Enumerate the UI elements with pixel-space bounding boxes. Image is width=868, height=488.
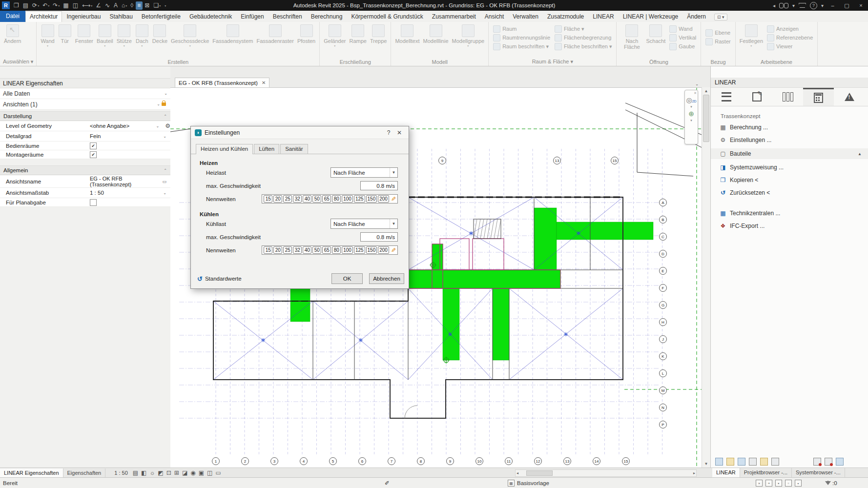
grid-bubble[interactable]: A bbox=[659, 199, 667, 206]
drag-on-selection-icon[interactable]: • bbox=[795, 480, 802, 487]
grid-bubble[interactable]: G bbox=[659, 301, 667, 309]
view-tab[interactable]: EG - OK RFB (Trassenkonzept)✕ bbox=[175, 78, 269, 87]
tab-zusatzmodule[interactable]: Zusatzmodule bbox=[543, 11, 588, 22]
tab-betonfertigteile[interactable]: Betonfertigteile bbox=[137, 11, 185, 22]
grid-bubble[interactable]: 10 bbox=[475, 457, 483, 465]
panel-tab-eigenschaften[interactable]: Eigenschaften bbox=[63, 468, 106, 478]
toolbar-icon[interactable] bbox=[760, 458, 768, 466]
toolbar-icon[interactable] bbox=[771, 458, 779, 466]
grid-bubble[interactable]: F bbox=[659, 284, 667, 292]
tab-ansicht[interactable]: Ansicht bbox=[480, 11, 508, 22]
group-label[interactable]: Raum & Fläche ▾ bbox=[489, 58, 616, 66]
crop-view-icon[interactable]: ⊡ bbox=[166, 469, 171, 476]
nennweite-chip[interactable]: 32 bbox=[293, 246, 302, 254]
print-icon[interactable]: ▦ bbox=[62, 1, 70, 10]
store-cart-icon[interactable] bbox=[797, 0, 808, 11]
select-pinned-icon[interactable]: ▪ bbox=[775, 480, 782, 487]
model-line-icon[interactable]: ∿ bbox=[103, 1, 112, 10]
ribbon-button[interactable]: Ändern bbox=[2, 24, 22, 48]
nennweite-chip[interactable]: 100 bbox=[342, 246, 353, 254]
gear-icon[interactable]: ⚙ bbox=[165, 122, 170, 129]
kopieren-item[interactable]: ❐Kopieren < bbox=[711, 175, 868, 185]
navbar-close-icon[interactable]: ✕ bbox=[694, 91, 697, 95]
grid-bubble[interactable]: 15 bbox=[622, 457, 630, 465]
kuehlen-speed-input[interactable]: 0.8 m/s bbox=[360, 232, 398, 242]
views-row[interactable]: Ansichten (1)⌄ bbox=[0, 99, 170, 110]
warning-toggle-icon[interactable] bbox=[813, 458, 821, 466]
tab-einfuegen[interactable]: Einfügen bbox=[236, 11, 268, 22]
search-dropdown-icon[interactable]: ▾ bbox=[790, 0, 797, 11]
toolbar-icon[interactable] bbox=[726, 458, 734, 466]
dialog-tab-sanitaer[interactable]: Sanitär bbox=[280, 144, 308, 154]
nennweite-chip[interactable]: 80 bbox=[332, 195, 341, 203]
panel-tab-projektbrowser[interactable]: Projektbrowser -... bbox=[740, 468, 792, 477]
grid-bubble[interactable]: H bbox=[659, 318, 667, 326]
view-toggle-icon[interactable] bbox=[836, 458, 844, 466]
ribbon-button[interactable]: Wand▾ bbox=[39, 24, 56, 48]
nennweite-chip[interactable]: 20 bbox=[273, 246, 282, 254]
measure-icon[interactable]: ⟷▾ bbox=[81, 1, 94, 10]
detail-level-icon[interactable]: ▤ bbox=[133, 469, 138, 476]
nennweite-chip[interactable]: 65 bbox=[322, 246, 331, 254]
ribbon-button[interactable]: Geländer▾ bbox=[322, 24, 347, 48]
ribbon-button[interactable]: Flächenbegrenzung bbox=[555, 34, 612, 41]
nennweite-chip[interactable]: 150 bbox=[366, 195, 377, 203]
section-icon[interactable]: ◊ bbox=[129, 1, 135, 10]
nennweite-chip[interactable]: 40 bbox=[303, 246, 311, 254]
technikzentralen-item[interactable]: ▦Technikzentralen ... bbox=[711, 208, 868, 218]
grid-bubble[interactable]: B bbox=[659, 216, 667, 224]
visual-style-icon[interactable]: ◧ bbox=[141, 469, 146, 476]
grid-bubble[interactable]: 9 bbox=[446, 457, 454, 465]
grid-bubble[interactable]: 3 bbox=[270, 457, 278, 465]
customize-qat-icon[interactable]: ▾ bbox=[163, 1, 167, 10]
nennweite-chip[interactable]: 32 bbox=[293, 195, 302, 203]
calculation-tab-icon[interactable] bbox=[803, 88, 834, 106]
sheet-icon[interactable]: ◫ bbox=[71, 1, 80, 10]
grid-bubble[interactable]: K bbox=[659, 352, 667, 360]
grid-bubble[interactable]: 8 bbox=[417, 457, 425, 465]
nennweite-chip[interactable]: 100 bbox=[342, 195, 353, 203]
tab-verwalten[interactable]: Verwalten bbox=[508, 11, 543, 22]
grid-bubble[interactable]: N bbox=[659, 404, 667, 411]
ribbon-button[interactable]: Ebene bbox=[705, 29, 730, 37]
tab-beschriften[interactable]: Beschriften bbox=[269, 11, 307, 22]
nennweite-chip[interactable]: 80 bbox=[332, 246, 341, 254]
nennweite-chip[interactable]: 15 bbox=[264, 246, 272, 254]
revit-logo-icon[interactable]: R bbox=[2, 1, 10, 9]
einstellungen-item[interactable]: ⚙Einstellungen ... bbox=[711, 135, 868, 145]
grid-bubble[interactable]: C bbox=[659, 233, 667, 241]
nennweite-chip[interactable]: 25 bbox=[283, 195, 292, 203]
nennweite-chip[interactable]: 50 bbox=[312, 246, 321, 254]
switch-windows-icon[interactable]: ❏▾ bbox=[152, 1, 162, 10]
grid-bubble[interactable]: 11 bbox=[505, 457, 513, 465]
ribbon-button[interactable]: Dach▾ bbox=[134, 24, 150, 48]
edit-tab-icon[interactable] bbox=[742, 88, 772, 106]
dialog-tab-lueften[interactable]: Lüften bbox=[254, 144, 279, 154]
ribbon-button[interactable]: Referenzebene bbox=[767, 34, 813, 41]
zuruecksetzen-item[interactable]: ↺Zurücksetzen < bbox=[711, 188, 868, 198]
close-hidden-windows-icon[interactable]: ⊠ bbox=[143, 1, 151, 10]
grid-bubble[interactable]: 5 bbox=[329, 457, 337, 465]
ribbon-button[interactable]: Viewer bbox=[767, 42, 813, 50]
reveal-hidden-elements-icon[interactable]: ◉ bbox=[190, 469, 195, 476]
aligned-dimension-icon[interactable]: ∠ bbox=[94, 1, 103, 10]
panel-tab-systembrowser[interactable]: Systembrowser -... bbox=[792, 468, 845, 477]
ok-button[interactable]: OK bbox=[331, 273, 363, 284]
ribbon-button[interactable]: Fläche ▾ bbox=[555, 25, 612, 33]
panel-tab-linear-eigenschaften[interactable]: LINEAR Eigenschaften bbox=[0, 468, 63, 478]
grid-bubble[interactable]: L bbox=[659, 369, 667, 377]
kuehllast-select[interactable]: Nach Fläche▼ bbox=[331, 219, 398, 229]
section-darstellung[interactable]: Darstellung⌃ bbox=[0, 111, 170, 121]
nennweite-chip[interactable]: 200 bbox=[378, 246, 389, 254]
tab-stahlbau[interactable]: Stahlbau bbox=[105, 11, 137, 22]
temporary-hide-isolate-icon[interactable]: ◪ bbox=[182, 469, 187, 476]
panel-tab-linear[interactable]: LINEAR bbox=[712, 468, 740, 477]
grid-bubble[interactable]: 1 bbox=[212, 457, 220, 465]
undo-icon[interactable]: ↶▾ bbox=[41, 1, 51, 10]
grid-bubble[interactable]: 6 bbox=[358, 457, 366, 465]
cancel-button[interactable]: Abbrechen bbox=[369, 273, 404, 284]
tab-linear[interactable]: LINEAR bbox=[588, 11, 618, 22]
grid-bubble[interactable]: D bbox=[659, 250, 667, 258]
ribbon-button[interactable]: Raster bbox=[705, 38, 730, 45]
temporary-view-properties-icon[interactable]: ▣ bbox=[199, 469, 204, 476]
